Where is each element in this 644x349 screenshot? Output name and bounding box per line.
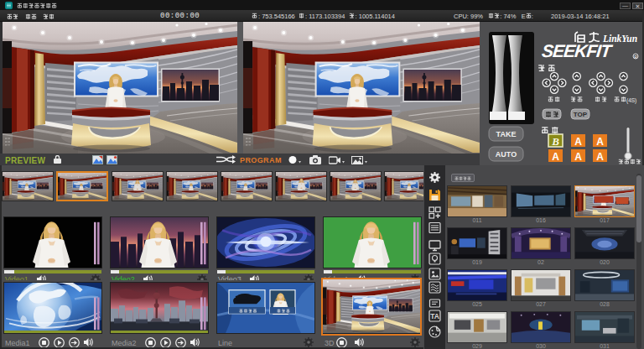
svg-text:A: A <box>574 136 582 148</box>
svg-text:TAKE: TAKE <box>496 130 517 138</box>
svg-text:TOP: TOP <box>574 111 588 118</box>
svg-text:SEEKFIT: SEEKFIT <box>541 41 614 60</box>
svg-text:A: A <box>552 151 559 163</box>
svg-text:A: A <box>596 136 604 148</box>
svg-text:A: A <box>574 151 582 163</box>
svg-text:TA: TA <box>430 312 439 320</box>
svg-text:R: R <box>634 55 637 60</box>
svg-text:A: A <box>596 151 604 163</box>
svg-text:B: B <box>551 135 559 148</box>
svg-text:(4S): (4S) <box>626 97 636 104</box>
svg-text:AUTO: AUTO <box>496 150 517 159</box>
